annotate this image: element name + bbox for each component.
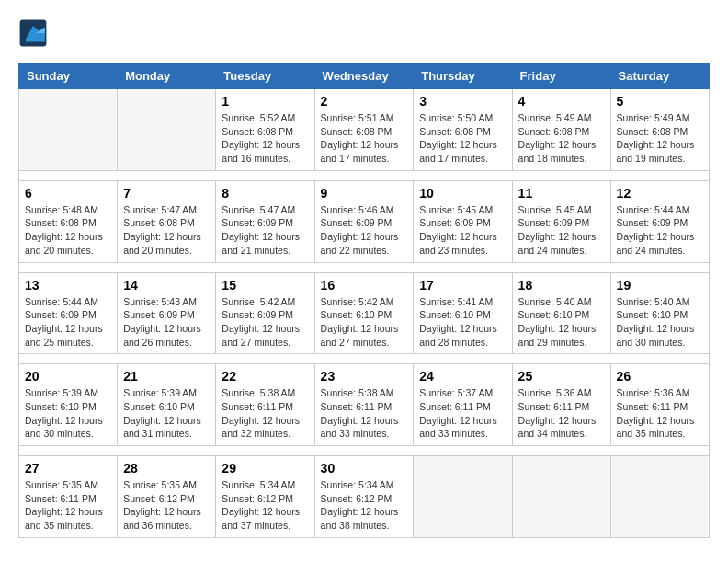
week-separator [19,170,710,180]
calendar-day-cell [610,456,709,538]
day-info: Sunrise: 5:40 AMSunset: 6:10 PMDaylight:… [518,295,605,350]
calendar-day-cell: 10Sunrise: 5:45 AMSunset: 6:09 PMDayligh… [414,180,512,262]
day-info: Sunrise: 5:42 AMSunset: 6:10 PMDaylight:… [321,295,408,350]
day-info: Sunrise: 5:38 AMSunset: 6:11 PMDaylight:… [222,386,308,441]
day-info: Sunrise: 5:40 AMSunset: 6:10 PMDaylight:… [617,295,703,350]
calendar-day-cell: 16Sunrise: 5:42 AMSunset: 6:10 PMDayligh… [314,272,414,354]
calendar-day-cell: 11Sunrise: 5:45 AMSunset: 6:09 PMDayligh… [512,180,610,262]
day-info: Sunrise: 5:44 AMSunset: 6:09 PMDaylight:… [25,295,111,350]
weekday-header: Sunday [19,63,118,89]
day-info: Sunrise: 5:47 AMSunset: 6:08 PMDaylight:… [123,203,210,258]
calendar-day-cell: 6Sunrise: 5:48 AMSunset: 6:08 PMDaylight… [19,180,118,262]
calendar-day-cell: 21Sunrise: 5:39 AMSunset: 6:10 PMDayligh… [118,364,216,446]
weekday-header: Tuesday [216,63,314,89]
calendar-day-cell: 13Sunrise: 5:44 AMSunset: 6:09 PMDayligh… [19,272,118,354]
day-number: 15 [222,278,308,293]
calendar-day-cell: 18Sunrise: 5:40 AMSunset: 6:10 PMDayligh… [512,272,610,354]
calendar-day-cell: 26Sunrise: 5:36 AMSunset: 6:11 PMDayligh… [610,364,709,446]
calendar-day-cell: 22Sunrise: 5:38 AMSunset: 6:11 PMDayligh… [216,364,314,446]
day-info: Sunrise: 5:50 AMSunset: 6:08 PMDaylight:… [419,111,506,166]
week-separator [19,262,710,272]
header-area [18,18,710,48]
day-info: Sunrise: 5:51 AMSunset: 6:08 PMDaylight:… [321,111,408,166]
calendar-day-cell: 9Sunrise: 5:46 AMSunset: 6:09 PMDaylight… [314,180,414,262]
day-info: Sunrise: 5:45 AMSunset: 6:09 PMDaylight:… [518,203,605,258]
weekday-header: Saturday [610,63,709,89]
day-info: Sunrise: 5:41 AMSunset: 6:10 PMDaylight:… [419,295,506,350]
day-info: Sunrise: 5:39 AMSunset: 6:10 PMDaylight:… [123,386,210,441]
day-number: 18 [518,278,605,293]
day-number: 13 [25,278,111,293]
calendar-day-cell: 23Sunrise: 5:38 AMSunset: 6:11 PMDayligh… [314,364,414,446]
logo-icon [18,18,48,48]
day-number: 22 [222,369,308,384]
day-number: 7 [123,186,210,201]
day-info: Sunrise: 5:38 AMSunset: 6:11 PMDaylight:… [321,386,408,441]
weekday-header: Monday [118,63,216,89]
calendar-day-cell: 17Sunrise: 5:41 AMSunset: 6:10 PMDayligh… [414,272,512,354]
day-info: Sunrise: 5:48 AMSunset: 6:08 PMDaylight:… [25,203,111,258]
calendar-day-cell: 1Sunrise: 5:52 AMSunset: 6:08 PMDaylight… [216,89,314,171]
day-info: Sunrise: 5:44 AMSunset: 6:09 PMDaylight:… [617,203,703,258]
weekday-header: Wednesday [314,63,414,89]
calendar-day-cell [512,456,610,538]
calendar-week-row: 27Sunrise: 5:35 AMSunset: 6:11 PMDayligh… [19,456,710,538]
week-separator [19,446,710,456]
day-number: 30 [321,461,408,476]
day-number: 19 [617,278,703,293]
day-info: Sunrise: 5:43 AMSunset: 6:09 PMDaylight:… [123,295,210,350]
day-info: Sunrise: 5:39 AMSunset: 6:10 PMDaylight:… [25,386,111,441]
day-number: 27 [25,461,111,476]
day-number: 26 [617,369,703,384]
calendar-day-cell: 2Sunrise: 5:51 AMSunset: 6:08 PMDaylight… [314,89,414,171]
day-info: Sunrise: 5:47 AMSunset: 6:09 PMDaylight:… [222,203,308,258]
day-info: Sunrise: 5:52 AMSunset: 6:08 PMDaylight:… [222,111,308,166]
calendar-week-row: 20Sunrise: 5:39 AMSunset: 6:10 PMDayligh… [19,364,710,446]
day-info: Sunrise: 5:34 AMSunset: 6:12 PMDaylight:… [222,478,308,533]
calendar: SundayMondayTuesdayWednesdayThursdayFrid… [18,63,710,538]
calendar-day-cell: 4Sunrise: 5:49 AMSunset: 6:08 PMDaylight… [512,89,610,171]
day-number: 3 [419,94,506,109]
calendar-day-cell [118,89,216,171]
day-number: 20 [25,369,111,384]
calendar-day-cell [414,456,512,538]
day-number: 16 [321,278,408,293]
weekday-header: Thursday [414,63,512,89]
day-number: 29 [222,461,308,476]
day-number: 14 [123,278,210,293]
day-number: 17 [419,278,506,293]
calendar-week-row: 13Sunrise: 5:44 AMSunset: 6:09 PMDayligh… [19,272,710,354]
calendar-week-row: 6Sunrise: 5:48 AMSunset: 6:08 PMDaylight… [19,180,710,262]
day-number: 8 [222,186,308,201]
day-info: Sunrise: 5:49 AMSunset: 6:08 PMDaylight:… [617,111,703,166]
calendar-day-cell: 8Sunrise: 5:47 AMSunset: 6:09 PMDaylight… [216,180,314,262]
day-number: 4 [518,94,605,109]
calendar-header-row: SundayMondayTuesdayWednesdayThursdayFrid… [19,63,710,89]
day-number: 23 [321,369,408,384]
day-number: 10 [419,186,506,201]
calendar-day-cell: 15Sunrise: 5:42 AMSunset: 6:09 PMDayligh… [216,272,314,354]
day-number: 11 [518,186,605,201]
day-number: 24 [419,369,506,384]
day-info: Sunrise: 5:46 AMSunset: 6:09 PMDaylight:… [321,203,408,258]
calendar-day-cell: 24Sunrise: 5:37 AMSunset: 6:11 PMDayligh… [414,364,512,446]
day-number: 28 [123,461,210,476]
logo [18,18,51,48]
day-info: Sunrise: 5:37 AMSunset: 6:11 PMDaylight:… [419,386,506,441]
day-info: Sunrise: 5:36 AMSunset: 6:11 PMDaylight:… [617,386,703,441]
day-number: 2 [321,94,408,109]
day-info: Sunrise: 5:45 AMSunset: 6:09 PMDaylight:… [419,203,506,258]
day-info: Sunrise: 5:36 AMSunset: 6:11 PMDaylight:… [518,386,605,441]
calendar-day-cell: 19Sunrise: 5:40 AMSunset: 6:10 PMDayligh… [610,272,709,354]
calendar-day-cell: 12Sunrise: 5:44 AMSunset: 6:09 PMDayligh… [610,180,709,262]
day-info: Sunrise: 5:34 AMSunset: 6:12 PMDaylight:… [321,478,408,533]
day-info: Sunrise: 5:35 AMSunset: 6:12 PMDaylight:… [123,478,210,533]
day-number: 1 [222,94,308,109]
calendar-day-cell: 3Sunrise: 5:50 AMSunset: 6:08 PMDaylight… [414,89,512,171]
calendar-day-cell: 29Sunrise: 5:34 AMSunset: 6:12 PMDayligh… [216,456,314,538]
calendar-day-cell: 28Sunrise: 5:35 AMSunset: 6:12 PMDayligh… [118,456,216,538]
day-number: 25 [518,369,605,384]
calendar-week-row: 1Sunrise: 5:52 AMSunset: 6:08 PMDaylight… [19,89,710,171]
calendar-day-cell: 30Sunrise: 5:34 AMSunset: 6:12 PMDayligh… [314,456,414,538]
calendar-day-cell: 7Sunrise: 5:47 AMSunset: 6:08 PMDaylight… [118,180,216,262]
